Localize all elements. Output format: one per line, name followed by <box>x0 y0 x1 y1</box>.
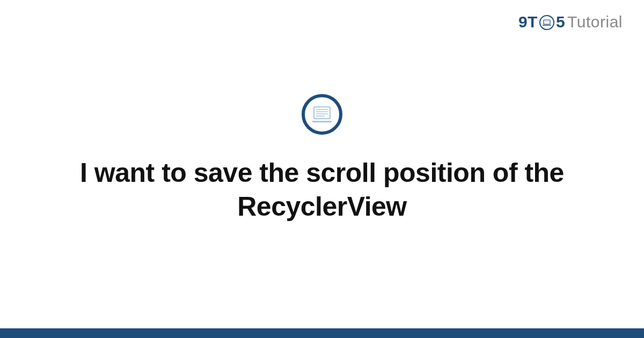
logo-text-tutorial: Tutorial <box>567 13 623 31</box>
footer-accent-bar <box>0 328 644 338</box>
laptop-icon <box>543 19 551 26</box>
logo-text-9t: 9T <box>518 13 538 31</box>
main-content: I want to save the scroll position of th… <box>0 94 644 223</box>
site-logo: 9T 5 Tutorial <box>518 13 623 31</box>
laptop-icon <box>311 105 333 124</box>
svg-rect-4 <box>314 107 330 119</box>
logo-text-5: 5 <box>556 13 565 31</box>
center-laptop-badge <box>302 94 342 135</box>
page-title: I want to save the scroll position of th… <box>40 156 604 223</box>
logo-circle-icon <box>539 15 554 30</box>
